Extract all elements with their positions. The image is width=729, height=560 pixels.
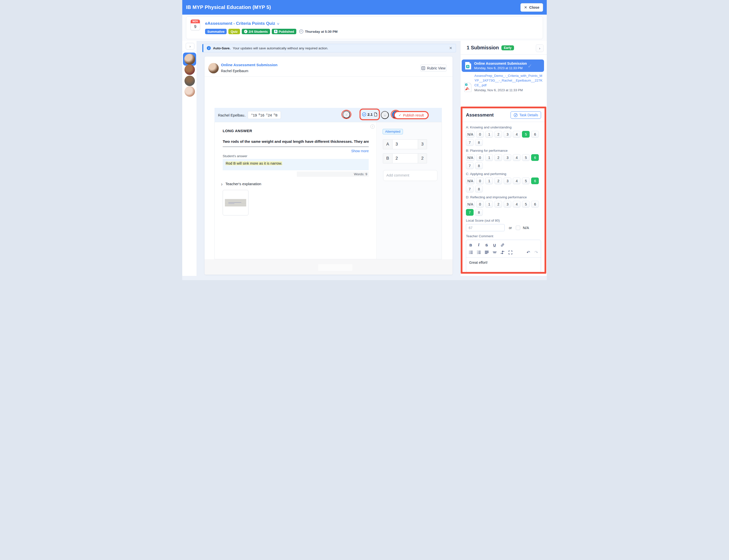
rail-divider [182, 51, 197, 51]
grade-score-input-A[interactable] [393, 140, 418, 149]
rubric-view-button[interactable]: Rubric View [420, 64, 447, 72]
collapse-sidebar-button[interactable]: › [536, 44, 544, 52]
score-A-6[interactable]: 6 [531, 131, 539, 138]
undo-icon[interactable]: ↶ [526, 250, 530, 255]
score-A-5[interactable]: 5 [522, 131, 530, 138]
score-D-N/A[interactable]: N/A [466, 201, 475, 207]
banner-close-icon[interactable]: ✕ [449, 46, 452, 50]
footer-placeholder [318, 264, 352, 271]
criterion-B: B: Planning for performanceN/A012345678 [466, 149, 541, 169]
check-circle-icon: ✓ [244, 30, 247, 33]
submission-list-item-selected[interactable]: A Online Assessment Submission Monday, N… [462, 59, 544, 72]
score-D-8[interactable]: 8 [475, 209, 483, 216]
score-C-8[interactable]: 8 [475, 186, 483, 192]
submission-title-link[interactable]: Online Assessment Submission [221, 63, 277, 67]
published-badge: A Published [272, 29, 296, 34]
student-avatar-3[interactable] [184, 76, 195, 86]
chevron-right-icon: › [189, 44, 191, 48]
teacher-comment-text[interactable]: Great effort! [466, 258, 541, 267]
calendar-month: NOV [191, 20, 200, 23]
grade-score-input-B[interactable] [393, 154, 418, 163]
score-D-4[interactable]: 4 [513, 201, 520, 207]
score-B-8[interactable]: 8 [475, 162, 483, 169]
close-button[interactable]: ✕ Close [520, 3, 543, 12]
score-C-1[interactable]: 1 [485, 177, 493, 184]
criterion-label: B: Planning for performance [466, 149, 541, 152]
score-C-N/A[interactable]: N/A [466, 177, 475, 184]
student-avatar-selected[interactable] [183, 53, 196, 66]
criterion-score-options: N/A012345678 [466, 154, 540, 169]
score-D-7[interactable]: 7 [466, 209, 474, 216]
score-B-1[interactable]: 1 [485, 154, 493, 161]
score-B-3[interactable]: 3 [504, 154, 511, 161]
score-B-N/A[interactable]: N/A [466, 154, 475, 161]
chevron-down-icon[interactable]: ∨ [277, 22, 280, 26]
na-checkbox[interactable] [516, 226, 520, 230]
score-B-2[interactable]: 2 [494, 154, 502, 161]
explanation-image-thumbnail[interactable] [223, 190, 248, 215]
bullet-list-icon[interactable] [469, 251, 473, 254]
score-B-0[interactable]: 0 [476, 154, 484, 161]
score-D-1[interactable]: 1 [485, 201, 493, 207]
align-center-icon[interactable] [492, 251, 497, 254]
task-details-button[interactable]: Task Details [511, 111, 541, 119]
score-C-6[interactable]: 6 [531, 177, 539, 184]
student-avatar-2[interactable] [184, 64, 195, 75]
score-B-4[interactable]: 4 [513, 154, 520, 161]
score-C-5[interactable]: 5 [522, 177, 530, 184]
submission-file-link[interactable]: AssessPrep_Demo_-_Criteria_with_Points_M… [474, 73, 544, 88]
score-A-3[interactable]: 3 [504, 131, 511, 138]
publish-result-button[interactable]: ✓ Publish result [394, 111, 429, 119]
ordered-list-icon[interactable] [477, 251, 481, 254]
expand-rail-button[interactable]: › [186, 43, 194, 50]
question-comment-input[interactable] [383, 170, 437, 181]
strikethrough-icon[interactable]: S [485, 243, 489, 247]
score-A-7[interactable]: 7 [466, 139, 474, 146]
grade-row-A: A3 [383, 139, 427, 149]
score-B-7[interactable]: 7 [466, 162, 474, 169]
link-icon[interactable] [500, 243, 505, 247]
local-score-input[interactable] [466, 224, 505, 231]
criterion-total-A: A19 [251, 113, 257, 117]
event-title[interactable]: eAssessment - Criteria Points Quiz [205, 21, 275, 26]
score-D-6[interactable]: 6 [531, 201, 539, 207]
score-D-0[interactable]: 0 [476, 201, 484, 207]
score-A-8[interactable]: 8 [475, 139, 483, 146]
prev-question-button[interactable]: › [343, 111, 350, 118]
summative-badge: Summative [205, 29, 227, 34]
chevron-right-icon: › [539, 46, 540, 50]
score-D-2[interactable]: 2 [494, 201, 502, 207]
score-A-1[interactable]: 1 [485, 131, 493, 138]
question-info-icon[interactable]: i [370, 124, 375, 129]
student-avatar-4[interactable] [184, 86, 195, 97]
score-C-3[interactable]: 3 [504, 177, 511, 184]
bold-icon[interactable]: B [469, 243, 473, 247]
question-text: Two rods of the same weight and equal le… [223, 139, 369, 144]
autosave-title: Auto-Save. [213, 46, 231, 50]
criterion-total-B: B16 [259, 113, 264, 117]
show-more-link[interactable]: Show more [223, 149, 369, 153]
publish-result-label: Publish result [403, 113, 424, 117]
score-D-3[interactable]: 3 [504, 201, 511, 207]
underline-icon[interactable]: U [492, 243, 497, 247]
score-A-0[interactable]: 0 [476, 131, 484, 138]
italic-icon[interactable]: I [477, 243, 481, 247]
avatar [184, 54, 195, 65]
score-B-6[interactable]: 6 [531, 154, 539, 161]
last-question-button[interactable]: » [381, 111, 389, 119]
score-C-0[interactable]: 0 [476, 177, 484, 184]
fullscreen-icon[interactable] [508, 251, 513, 254]
score-C-7[interactable]: 7 [466, 186, 474, 192]
score-A-N/A[interactable]: N/A [466, 131, 475, 138]
score-B-5[interactable]: 5 [522, 154, 530, 161]
teacher-explanation-toggle[interactable]: › Teacher's explanation [221, 182, 261, 186]
score-C-2[interactable]: 2 [494, 177, 502, 184]
submission-item-title: Online Assessment Submission [474, 61, 527, 66]
redo-icon[interactable]: ↷ [534, 250, 538, 255]
align-justify-icon[interactable] [485, 251, 489, 254]
score-C-4[interactable]: 4 [513, 177, 520, 184]
score-D-5[interactable]: 5 [522, 201, 530, 207]
indent-arrows-icon[interactable] [500, 250, 505, 254]
score-A-2[interactable]: 2 [494, 131, 502, 138]
score-A-4[interactable]: 4 [513, 131, 520, 138]
